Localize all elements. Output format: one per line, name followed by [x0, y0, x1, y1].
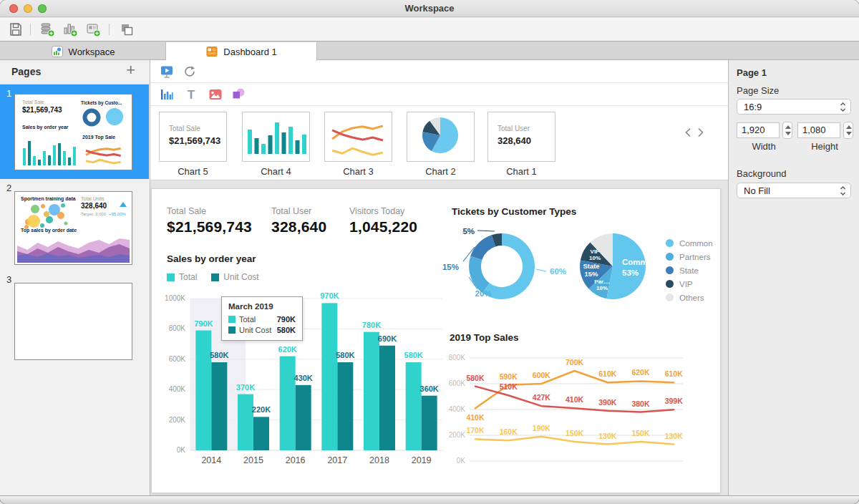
svg-text:190K: 190K	[533, 424, 551, 432]
legend-item-state[interactable]: State	[666, 263, 713, 277]
close-button[interactable]	[9, 4, 18, 13]
insert-text-button[interactable]: T	[184, 87, 198, 102]
svg-text:610K: 610K	[665, 369, 684, 378]
page-size-select[interactable]: 16:9	[737, 99, 851, 115]
page-2-thumbnail[interactable]: Sportmen training data Total Units 328,6…	[14, 191, 132, 265]
thumb-bar-chart	[21, 134, 77, 167]
svg-text:0K: 0K	[177, 446, 186, 454]
svg-text:410K: 410K	[466, 413, 485, 422]
gallery-card-chart3[interactable]	[324, 112, 392, 162]
svg-text:T: T	[188, 88, 195, 102]
legend-item-partners[interactable]: Partners	[666, 250, 713, 263]
insert-image-button[interactable]	[208, 87, 223, 102]
tab-dashboard-1[interactable]: Dashboard 1	[166, 42, 317, 61]
gallery-next-button[interactable]	[697, 127, 707, 139]
height-input[interactable]: 1,080	[797, 122, 840, 138]
save-button[interactable]	[8, 21, 24, 37]
gallery-prev-button[interactable]	[684, 127, 694, 139]
chevron-right-icon	[697, 127, 704, 137]
gallery-card-chart2[interactable]	[407, 112, 475, 162]
gallery-card-name: Chart 5	[159, 166, 227, 177]
page-item-1[interactable]: 1 Total Sale $21,569,743 Tickets by Cust…	[0, 84, 149, 179]
insert-shape-button[interactable]	[231, 87, 246, 102]
svg-text:60%: 60%	[550, 267, 566, 276]
add-page-button[interactable]: +	[126, 61, 135, 79]
legend-swatch-unit-cost	[211, 273, 219, 281]
page-number: 3	[6, 274, 11, 285]
svg-text:150K: 150K	[566, 429, 584, 437]
kpi-total-user[interactable]: Total User 328,640	[271, 206, 326, 236]
inspector-panel: Page 1 Page Size 16:9 1,920 1,080 Width …	[728, 60, 859, 495]
preview-button[interactable]	[160, 64, 174, 79]
width-input[interactable]: 1,920	[737, 122, 780, 138]
legend-dot	[666, 266, 674, 274]
zoom-button[interactable]	[38, 4, 47, 13]
dashboard-tab-icon	[205, 45, 218, 58]
legend-item-common[interactable]: Common	[666, 236, 713, 250]
legend-item-others[interactable]: Others	[666, 291, 713, 304]
bar-chart-title: Sales by order year	[167, 253, 256, 264]
sales-bar-chart[interactable]: 0K200K400K600K800K1000K790K580K2014370K2…	[165, 281, 445, 474]
background-select[interactable]: No Fill	[737, 183, 851, 198]
tooltip-row: Total 790K	[228, 315, 296, 324]
tab-workspace[interactable]: Workspace	[0, 42, 166, 61]
svg-text:15%: 15%	[442, 263, 459, 271]
gallery-card-chart5[interactable]: Total Sale $21,569,743	[159, 112, 227, 162]
gallery-card-chart4[interactable]	[242, 112, 310, 162]
svg-text:Par....: Par....	[594, 278, 609, 285]
page-item-3[interactable]: 3	[0, 271, 149, 364]
status-bar	[0, 495, 859, 504]
gallery-card-name: Chart 2	[407, 166, 475, 177]
dashboard-page[interactable]: Total Sale $21,569,743 Total User 328,64…	[151, 188, 721, 493]
gallery-mini-pie-chart	[407, 112, 474, 161]
kpi-visitors-today[interactable]: Visitors Today 1,045,220	[349, 206, 417, 236]
top-sales-line-chart[interactable]: 0K200K400K600K800K410K590K600K700K610K62…	[445, 342, 716, 477]
svg-text:360K: 360K	[420, 384, 439, 393]
page-item-2[interactable]: 2 Sportmen training data Total Units 328…	[0, 179, 149, 271]
thumb-delta-label: +95.00%	[109, 212, 126, 216]
select-stepper-icon	[840, 102, 846, 112]
svg-text:620K: 620K	[631, 368, 650, 377]
main-toolbar	[0, 18, 859, 41]
titlebar: Workspace	[0, 0, 859, 17]
add-chart-button[interactable]	[62, 21, 78, 37]
page-number: 1	[6, 88, 11, 99]
insert-chart-button[interactable]	[160, 87, 174, 102]
window-title: Workspace	[0, 0, 859, 16]
svg-text:580K: 580K	[336, 351, 354, 359]
insert-toolbar: T	[150, 83, 728, 106]
pages-panel: Pages + 1 Total Sale $21,569,743 Tickets…	[0, 60, 150, 495]
legend-item-vip[interactable]: VIP	[666, 277, 713, 291]
thumb-kpi-value: $21,569,743	[22, 106, 62, 114]
app-window: Workspace	[0, 0, 859, 504]
add-widget-button[interactable]	[85, 21, 101, 37]
copy-button[interactable]	[119, 21, 135, 37]
kpi-total-sale[interactable]: Total Sale $21,569,743	[167, 206, 252, 236]
gallery-mini-line-chart	[325, 112, 392, 161]
svg-text:2015: 2015	[243, 455, 263, 465]
shape-tool-icon	[231, 87, 246, 102]
height-stepper[interactable]	[843, 122, 853, 139]
page-3-thumbnail[interactable]	[14, 283, 132, 360]
tab-workspace-label: Workspace	[69, 47, 115, 57]
tooltip-swatch	[228, 326, 236, 334]
refresh-button[interactable]	[183, 64, 197, 79]
play-presentation-icon	[160, 64, 174, 79]
add-data-button[interactable]	[39, 21, 55, 37]
width-stepper[interactable]	[782, 122, 792, 139]
svg-text:2017: 2017	[327, 455, 347, 465]
tickets-legend[interactable]: Common Partners State VIP Others	[666, 236, 713, 304]
minimize-button[interactable]	[24, 4, 32, 13]
chevron-left-icon	[684, 127, 691, 137]
svg-text:380K: 380K	[631, 399, 650, 408]
svg-text:580K: 580K	[210, 351, 228, 359]
tickets-chart-title: Tickets by Customer Types	[452, 206, 576, 217]
toolbar-separator	[109, 24, 110, 35]
editor-area: T Total Sale $21,569,743	[150, 60, 728, 495]
svg-text:620K: 620K	[278, 345, 297, 354]
tickets-donut-pie-charts[interactable]: 60%20%15%5%Common53%Par....10%State15%VI…	[442, 221, 656, 321]
svg-text:200K: 200K	[169, 416, 186, 424]
legend-label: Common	[679, 239, 713, 248]
page-1-thumbnail[interactable]: Total Sale $21,569,743 Tickets by Custo.…	[14, 94, 132, 170]
gallery-card-chart1[interactable]: Total User 328,640	[487, 112, 555, 162]
